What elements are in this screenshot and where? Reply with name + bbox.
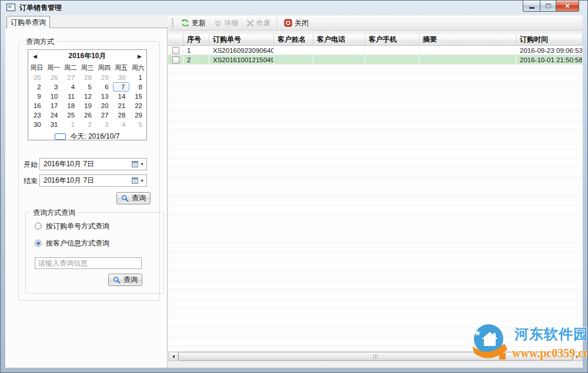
query-info-input[interactable] [35, 257, 142, 269]
calendar-prev-icon[interactable]: ◀ [33, 53, 37, 59]
table-row[interactable]: 1XS201609230906402016-09-23 09:06:53 [168, 46, 583, 55]
table-cell[interactable]: 1 [183, 46, 209, 55]
calendar-day[interactable]: 20 [96, 101, 113, 110]
column-header-5[interactable]: 客户手机 [365, 34, 419, 46]
calendar-day[interactable]: 28 [79, 73, 96, 82]
calendar-day[interactable]: 16 [28, 101, 45, 110]
row-checkbox-cell[interactable] [168, 46, 183, 55]
calendar-day[interactable]: 15 [129, 92, 146, 101]
table-cell[interactable]: 2016-10-01 21:50:58 [516, 55, 583, 64]
radio-icon[interactable] [35, 223, 42, 230]
calendar-day[interactable]: 5 [79, 82, 96, 92]
calendar-day[interactable]: 13 [96, 92, 113, 101]
calendar-day[interactable]: 18 [62, 101, 79, 110]
calendar-day[interactable]: 31 [45, 120, 62, 129]
watermark: 河东软件园 www.pc0359.cn [470, 322, 587, 367]
end-date-picker[interactable]: 2016年10月 7日 ▼ [39, 174, 147, 187]
close-window-button[interactable]: ✕ [556, 1, 579, 12]
calendar-next-icon[interactable]: ▶ [138, 53, 142, 59]
info-search-button[interactable]: 查询 [108, 274, 142, 286]
calendar-day[interactable]: 5 [129, 120, 146, 129]
header-checkbox-cell[interactable] [168, 34, 183, 46]
calendar-month-label[interactable]: 2016年10月 [68, 51, 106, 61]
table-cell[interactable] [313, 46, 365, 55]
column-header-1[interactable]: 序号 [183, 34, 209, 46]
calendar-day[interactable]: 4 [62, 82, 79, 92]
chevron-down-icon[interactable]: ▼ [140, 162, 144, 166]
minimize-button[interactable] [523, 1, 540, 12]
start-date-picker[interactable]: 2016年10月 7日 ▼ [39, 158, 147, 170]
table-cell[interactable] [419, 46, 516, 55]
column-header-4[interactable]: 客户电话 [313, 34, 365, 46]
calendar-day[interactable]: 3 [96, 120, 113, 129]
calendar-day[interactable]: 17 [45, 101, 62, 110]
calendar-day[interactable]: 21 [113, 101, 130, 110]
table-cell[interactable] [274, 55, 313, 64]
void-button[interactable]: 作废 [242, 16, 275, 30]
calendar-day[interactable]: 27 [62, 73, 79, 82]
table-cell[interactable] [365, 46, 419, 55]
table-row[interactable]: 2XS201610012150492016-10-01 21:50:58 [168, 55, 583, 65]
app-window: 订单销售管理 ✕ 订购单查询 查询方式 ◀ 2016年10月 ▶ 周日周一周二周… [0, 0, 588, 373]
calendar-day[interactable]: 30 [113, 73, 130, 82]
grid-body: 1XS201609230906402016-09-23 09:06:532XS2… [168, 46, 583, 65]
refresh-button[interactable]: 更新 [177, 16, 210, 30]
calendar-day[interactable]: 29 [129, 110, 146, 120]
toolbar-grip-handle[interactable] [172, 18, 173, 28]
radio-by-order-number[interactable]: 按订购单号方式查询 [35, 222, 109, 230]
calendar-day[interactable]: 3 [45, 82, 62, 92]
calendar-day[interactable]: 22 [129, 101, 146, 110]
calendar-day[interactable]: 6 [96, 82, 113, 92]
table-cell[interactable]: 2016-09-23 09:06:53 [516, 46, 583, 55]
close-panel-button[interactable]: 关闭 [280, 16, 313, 30]
radio-icon[interactable] [35, 240, 42, 247]
scroll-left-button[interactable] [169, 352, 178, 361]
row-checkbox[interactable] [172, 47, 179, 54]
calendar-day[interactable]: 2 [79, 120, 96, 129]
calendar-day[interactable]: 14 [113, 92, 130, 101]
row-checkbox[interactable] [172, 56, 179, 63]
calendar-day[interactable]: 4 [113, 120, 130, 129]
date-search-button[interactable]: 查询 [116, 192, 151, 204]
calendar-day[interactable]: 12 [79, 92, 96, 101]
calendar-day[interactable]: 29 [96, 73, 113, 82]
table-cell[interactable]: XS20160923090640 [209, 46, 274, 55]
calendar-day[interactable]: 26 [45, 73, 62, 82]
calendar-day-selected[interactable]: 7 [113, 82, 130, 92]
calendar-day[interactable]: 19 [79, 101, 96, 110]
calendar-day[interactable]: 26 [79, 110, 96, 120]
title-bar[interactable]: 订单销售管理 ✕ [1, 1, 587, 15]
detail-button[interactable]: 详细 [210, 16, 242, 30]
calendar-day[interactable]: 8 [129, 82, 146, 92]
calendar-day[interactable]: 27 [96, 110, 113, 120]
row-checkbox-cell[interactable] [168, 55, 183, 64]
table-cell[interactable] [274, 46, 313, 55]
calendar-day[interactable]: 9 [28, 92, 45, 101]
calendar-day[interactable]: 11 [62, 92, 79, 101]
table-cell[interactable]: XS20161001215049 [209, 55, 274, 64]
calendar-day[interactable]: 25 [62, 110, 79, 120]
tab-order-query[interactable]: 订购单查询 [6, 16, 50, 28]
column-header-3[interactable]: 客户姓名 [274, 34, 313, 46]
column-header-7[interactable]: 订购时间 [516, 34, 583, 46]
table-cell[interactable] [419, 55, 516, 64]
calendar-day[interactable]: 2 [28, 82, 45, 92]
start-date-label: 开始 [24, 160, 38, 170]
chevron-down-icon[interactable]: ▼ [140, 179, 144, 183]
calendar-day[interactable]: 1 [62, 120, 79, 129]
calendar-today-label[interactable]: 今天: 2016/10/7 [70, 132, 119, 142]
calendar-day[interactable]: 1 [129, 73, 146, 82]
maximize-button[interactable] [540, 1, 556, 12]
calendar-day[interactable]: 25 [28, 73, 45, 82]
calendar-day[interactable]: 23 [28, 110, 45, 120]
calendar-day[interactable]: 10 [45, 92, 62, 101]
column-header-2[interactable]: 订购单号 [209, 34, 274, 46]
calendar-day[interactable]: 28 [113, 110, 130, 120]
calendar-day[interactable]: 30 [28, 120, 45, 129]
table-cell[interactable] [313, 55, 365, 64]
calendar-day[interactable]: 24 [45, 110, 62, 120]
radio-by-customer-info[interactable]: 按客户信息方式查询 [35, 239, 109, 247]
table-cell[interactable]: 2 [183, 55, 209, 64]
table-cell[interactable] [365, 55, 419, 64]
column-header-6[interactable]: 摘要 [419, 34, 516, 46]
